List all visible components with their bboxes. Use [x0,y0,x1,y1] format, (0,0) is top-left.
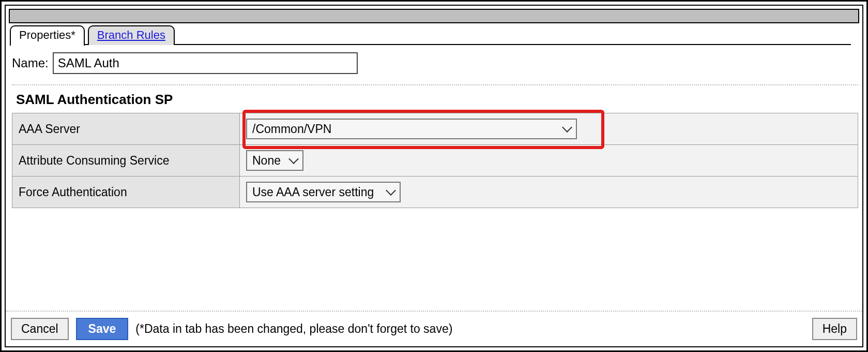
name-row: Name: [12,52,858,74]
name-label: Name: [12,56,49,70]
tab-branch-rules-label: Branch Rules [97,28,165,41]
tab-branch-rules[interactable]: Branch Rules [88,25,175,45]
label-aaa-server: AAA Server [12,113,240,145]
dialog-window: Properties* Branch Rules Name: SAML Auth… [0,0,868,352]
row-force-auth: Force Authentication Use AAA server sett… [12,177,858,208]
label-force-auth: Force Authentication [12,177,240,208]
chevron-down-icon [386,185,396,196]
footer-note: (*Data in tab has been changed, please d… [135,322,452,336]
chevron-down-icon [288,154,299,164]
cell-attr-consuming: None [240,145,858,177]
dropdown-attr-consuming[interactable]: None [246,150,303,171]
dropdown-attr-consuming-value: None [252,154,281,168]
label-attr-consuming: Attribute Consuming Service [12,145,240,177]
row-attr-consuming: Attribute Consuming Service None [12,145,858,177]
row-aaa-server: AAA Server /Common/VPN [12,113,858,145]
separator [12,84,858,85]
settings-table: AAA Server /Common/VPN Attribute Consumi… [12,113,858,208]
tab-properties[interactable]: Properties* [10,25,85,46]
dropdown-aaa-server-value: /Common/VPN [252,122,331,136]
chevron-down-icon [562,122,572,133]
cell-force-auth: Use AAA server setting [240,177,858,208]
section-title: SAML Authentication SP [12,90,858,113]
cancel-button[interactable]: Cancel [11,318,69,340]
settings-table-wrapper: AAA Server /Common/VPN Attribute Consumi… [12,113,858,208]
dialog-panel: Properties* Branch Rules Name: SAML Auth… [5,5,863,347]
dropdown-force-auth[interactable]: Use AAA server setting [246,182,401,202]
form-area: Name: SAML Authentication SP AAA Server … [6,45,862,212]
save-button[interactable]: Save [76,318,129,340]
dropdown-force-auth-value: Use AAA server setting [252,185,374,199]
cell-aaa-server: /Common/VPN [240,113,858,145]
name-input[interactable] [53,52,358,74]
help-button[interactable]: Help [812,318,857,340]
title-bar [9,9,859,23]
tabs-row: Properties* Branch Rules [6,23,862,45]
dropdown-aaa-server[interactable]: /Common/VPN [246,119,577,139]
tab-properties-label: Properties* [19,28,75,41]
footer: Cancel Save (*Data in tab has been chang… [6,311,862,346]
